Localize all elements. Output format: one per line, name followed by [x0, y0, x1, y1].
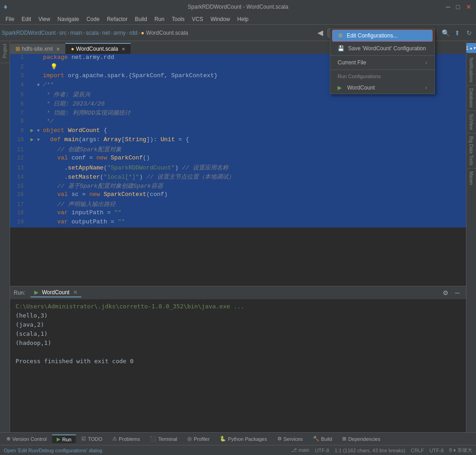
run-label: Run: — [14, 290, 25, 296]
dropdown-divider-2 — [330, 69, 434, 70]
output-hadoop: (hadoop,1) — [16, 339, 51, 346]
open-dialog-link[interactable]: Open 'Edit Run/Debug configurations' dia… — [4, 448, 102, 453]
sidebar-divider — [0, 63, 10, 63]
breadcrumb-army[interactable]: army — [114, 30, 126, 36]
right-label-database[interactable]: Database — [468, 85, 475, 111]
git-branch[interactable]: ⎇ main — [291, 447, 309, 453]
menu-refactor[interactable]: Refactor — [103, 15, 131, 23]
run-minimize-icon[interactable]: ─ — [452, 288, 462, 298]
tab-profiler[interactable]: ◎ Profiler — [183, 435, 214, 443]
run-controls: ⚙ ─ — [440, 288, 462, 298]
menu-code[interactable]: Code — [83, 15, 103, 23]
tab-wordcount-icon: ● — [71, 46, 74, 52]
encoding-status[interactable]: UTF-8 — [315, 448, 329, 453]
menu-tools[interactable]: Tools — [168, 15, 188, 23]
menu-run[interactable]: Run — [151, 15, 168, 23]
right-sidebar: 1 ▲ ▼ Notifications Database SciView Big… — [466, 41, 476, 432]
maximize-button[interactable]: □ — [456, 4, 462, 10]
tab-hdfs-close[interactable]: ✕ — [56, 47, 60, 52]
minimize-button[interactable]: ─ — [446, 4, 452, 10]
menu-file[interactable]: File — [2, 15, 18, 23]
breadcrumb-main[interactable]: main — [70, 30, 82, 36]
breadcrumb-file[interactable]: WordCount.scala — [146, 30, 188, 36]
indent-status: 8 ♦ 东坡大 — [449, 447, 472, 454]
table-row: 7 * 功能: 利用RDD实现词频统计 — [10, 109, 466, 118]
current-file-arrow: › — [425, 59, 427, 66]
table-row: 17 // 声明输入输出路径 — [10, 200, 466, 209]
run-tab-close[interactable]: ✕ — [73, 289, 78, 296]
dropdown-current-file[interactable]: Current File › — [330, 57, 434, 69]
vcs-icon: ⊕ — [6, 436, 11, 442]
output-line-1: C:\Users\Administrator\.jdks\corretto-1.… — [16, 303, 460, 312]
main-layout: Project ⊞ hdfs-site.xml ✕ ● WordCount.sc… — [0, 41, 476, 432]
output-line-3: (java,2) — [16, 321, 460, 330]
table-row: 8 */ — [10, 118, 466, 127]
chevron-up-icon: ▲ — [469, 46, 473, 50]
menu-vcs[interactable]: VCS — [188, 15, 207, 23]
dropdown-wordcount[interactable]: ▶ WordCount › — [330, 82, 434, 94]
tab-dependencies[interactable]: ⊞ Dependencies — [338, 435, 385, 443]
tab-wordcount[interactable]: ● WordCount.scala ✕ — [65, 43, 131, 54]
dropdown-save-config[interactable]: 💾 Save 'WordCount' Configuration — [330, 42, 434, 54]
menu-navigate[interactable]: Navigate — [54, 15, 83, 23]
tab-run[interactable]: ▶ Run — [52, 434, 76, 443]
output-scala: (scala,1) — [16, 330, 48, 337]
breadcrumb-rdd[interactable]: rdd — [129, 30, 137, 36]
dropdown-edit-configurations[interactable]: ⚙ Edit Configurations... — [332, 30, 433, 42]
tab-hdfs[interactable]: ⊞ hdfs-site.xml ✕ — [10, 44, 65, 54]
sync-button[interactable]: ↻ — [464, 28, 474, 38]
right-label-sciview[interactable]: SciView — [468, 111, 475, 132]
table-row: 6 * 日期: 2023/4/26 — [10, 100, 466, 109]
close-button[interactable]: ✕ — [466, 4, 472, 10]
run-icon2: ▶ — [57, 436, 60, 442]
notifications-badge-area[interactable]: 1 ▲ ▼ — [466, 43, 476, 53]
breadcrumb-project[interactable]: SparkRDDWordCount — [2, 30, 56, 36]
editor-run-area: ⊞ hdfs-site.xml ✕ ● WordCount.scala ✕ 1 … — [10, 41, 466, 432]
output-exit: Process finished with exit code 0 — [16, 358, 460, 367]
titlebar: ♦ SparkRDDWordCount - WordCount.scala ─ … — [0, 0, 476, 14]
right-label-notifications[interactable]: Notifications — [468, 55, 475, 85]
save-config-label: Save 'WordCount' Configuration — [348, 45, 426, 52]
build-icon: 🔨 — [313, 436, 319, 442]
tab-terminal[interactable]: ⬛ Terminal — [145, 435, 182, 443]
update-button[interactable]: ⬆ — [452, 28, 462, 38]
menu-window[interactable]: Window — [207, 15, 234, 23]
notification-count: 1 — [466, 46, 469, 51]
run-tab-wordcount[interactable]: ▶ WordCount ✕ — [31, 288, 81, 297]
table-row: 16 val sc = new SparkContext(conf) — [10, 191, 466, 200]
output-java: (java,2) — [16, 321, 44, 328]
run-panel-tabs: Run: ▶ WordCount ✕ ⚙ ─ — [10, 286, 466, 299]
run-settings-icon[interactable]: ⚙ — [440, 288, 450, 298]
tab-hdfs-icon: ⊞ — [16, 46, 20, 52]
breadcrumb-src[interactable]: src — [59, 30, 67, 36]
menu-help[interactable]: Help — [233, 15, 252, 23]
tab-python-packages[interactable]: 🐍 Python Packages — [215, 435, 272, 443]
right-label-bigdata[interactable]: Big Data Tools — [468, 133, 475, 168]
problems-icon: ⚠ — [112, 436, 117, 442]
tab-services[interactable]: ⚙ Services — [273, 435, 307, 443]
tab-todo[interactable]: ☑ TODO — [77, 435, 107, 443]
tab-build[interactable]: 🔨 Build — [308, 435, 337, 443]
tab-version-control[interactable]: ⊕ Version Control — [2, 435, 51, 443]
current-file-label: Current File — [338, 59, 366, 66]
right-label-maven[interactable]: Maven — [468, 169, 475, 188]
menu-build[interactable]: Build — [131, 15, 151, 23]
edit-config-icon: ⚙ — [338, 32, 343, 39]
search-button[interactable]: 🔍 — [440, 28, 450, 38]
breadcrumb-scala[interactable]: scala — [86, 30, 99, 36]
window-controls[interactable]: ─ □ ✕ — [446, 4, 472, 10]
tab-problems[interactable]: ⚠ Problems — [108, 435, 144, 443]
table-row: 10 ▶ ▼ def main(args: Array[String]): Un… — [10, 136, 466, 145]
menu-edit[interactable]: Edit — [18, 15, 35, 23]
back-button[interactable]: ◀ — [315, 27, 326, 38]
sidebar-project-label[interactable]: Project — [1, 41, 8, 61]
tab-wordcount-close[interactable]: ✕ — [122, 47, 125, 52]
line-ending-status[interactable]: CRLF — [411, 448, 424, 453]
breadcrumb-net[interactable]: net — [102, 30, 110, 36]
menu-view[interactable]: View — [35, 15, 54, 23]
file-type-status[interactable]: UTF-8 — [429, 448, 444, 453]
statusbar-left: Open 'Edit Run/Debug configurations' dia… — [4, 448, 102, 453]
table-row: 13 .setAppName("SparkRDDWordCount") // 设… — [10, 164, 466, 173]
services-icon: ⚙ — [277, 436, 282, 442]
output-line-4: (scala,1) — [16, 330, 460, 339]
